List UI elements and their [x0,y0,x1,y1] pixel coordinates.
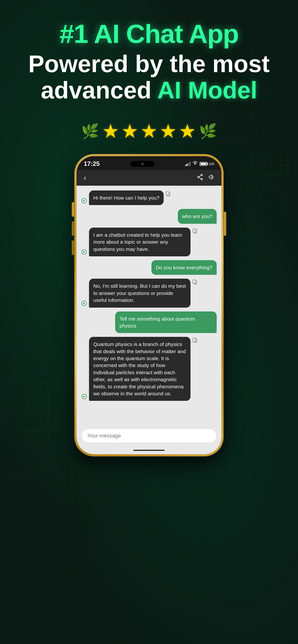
star-2: ★ [121,120,138,142]
chat-area[interactable]: Hi there! How can I help you? who are yo… [77,186,221,426]
bot-avatar-icon [81,198,87,205]
hero-subtitle-line1: Powered by the most [14,50,284,77]
svg-rect-45 [193,280,196,284]
message-row: I am a chatbot created to help you learn… [81,228,217,256]
back-button[interactable]: ‹ [84,174,86,182]
bot-message-bubble: Quantum physics is a branch of physics t… [89,337,191,401]
user-message-bubble: who are you? [178,209,217,224]
svg-line-38 [199,175,201,176]
message-row: Hi there! How can I help you? [81,190,217,205]
svg-rect-43 [193,229,196,232]
status-bar: 17:25 [77,156,221,170]
copy-button[interactable] [192,228,197,235]
star-3: ★ [140,120,158,142]
status-time: 17:25 [84,160,100,168]
battery-level: 100 [209,162,214,166]
copy-button[interactable] [166,192,170,198]
bot-avatar-icon [81,249,87,256]
copy-button[interactable] [192,338,197,344]
status-icons: 100 [185,161,214,166]
signal-icon [185,162,191,166]
wifi-icon [192,161,198,166]
svg-point-37 [201,178,203,180]
hero-section: #1 AI Chat App Powered by the most advan… [0,0,298,113]
laurel-left: 🌿 [81,123,99,140]
hero-accent-text: AI Model [157,77,257,104]
message-row: who are you? [81,209,217,224]
phone-screen: 17:25 [77,156,221,454]
phone-container: 17:25 [0,154,298,456]
bot-message-bubble: I am a chatbot created to help you learn… [89,228,191,256]
nav-actions [197,174,214,182]
hero-subtitle-line2: advanced AI Model [14,77,284,103]
stars-row: ★ ★ ★ ★ ★ [102,120,196,142]
bot-avatar-icon [81,300,87,308]
message-row: No, I'm still learning. But I can do my … [81,279,217,308]
star-1: ★ [102,120,119,142]
signal-bar-2 [187,164,188,166]
laurel-right: 🌿 [199,123,217,140]
user-message-bubble: Tell me something about quantum physics [115,312,217,333]
sound-button[interactable] [208,174,214,182]
dynamic-island [130,161,155,167]
svg-point-35 [201,174,203,176]
hero-title-line1: #1 AI Chat App [14,19,284,48]
star-5: ★ [179,120,196,142]
user-message-bubble: Do you know everything? [152,260,217,275]
signal-bar-1 [185,164,186,166]
nav-bar: ‹ [77,170,221,186]
stars-section: 🌿 ★ ★ ★ ★ ★ 🌿 [0,120,298,142]
svg-rect-47 [193,338,196,342]
bot-message-bubble: No, I'm still learning. But I can do my … [89,279,191,308]
bot-avatar-icon [81,394,87,401]
phone-frame: 17:25 [75,154,223,456]
svg-rect-41 [166,192,169,195]
hero-subtitle-word: advanced [41,77,152,104]
signal-bar-4 [190,162,191,166]
bot-message-bubble: Hi there! How can I help you? [89,190,164,205]
star-4: ★ [160,120,177,142]
message-row: Tell me something about quantum physics [81,312,217,333]
svg-point-36 [198,176,199,178]
message-row: Do you know everything? [81,260,217,275]
home-bar [133,450,165,451]
home-indicator [77,448,221,454]
battery-icon: 100 [200,162,214,166]
message-input[interactable] [81,428,217,443]
input-area [77,426,221,448]
svg-line-39 [199,177,201,179]
share-button[interactable] [197,174,203,182]
copy-button[interactable] [192,280,197,286]
signal-bar-3 [188,163,189,166]
camera-dot [141,163,144,165]
message-row: Quantum physics is a branch of physics t… [81,337,217,401]
